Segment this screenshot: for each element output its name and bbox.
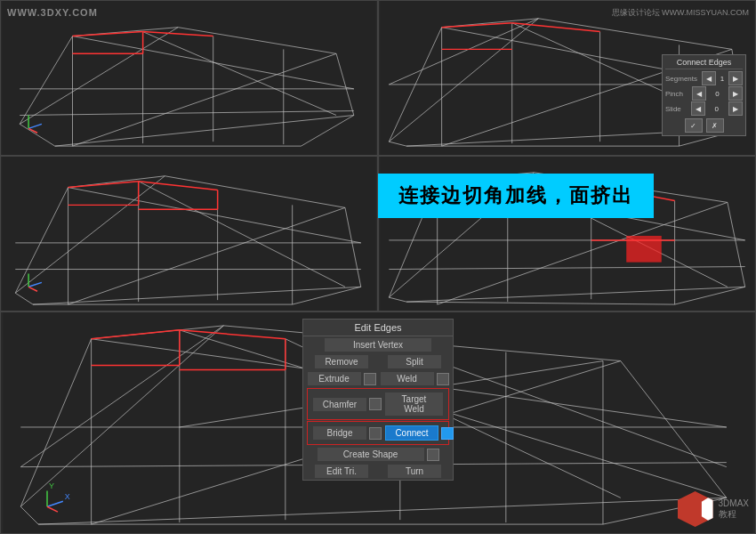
- target-weld-btn[interactable]: Target Weld: [385, 392, 443, 416]
- edit-edges-panel: Edit Edges Insert Vertex Remove Split Ex…: [302, 319, 454, 481]
- watermark-right: 思缘设计论坛 WWW.MISSYUAN.COM: [612, 7, 750, 19]
- segments-up-btn[interactable]: ▶: [728, 71, 743, 85]
- svg-text:X: X: [65, 492, 70, 501]
- chamfer-settings-btn[interactable]: [369, 398, 382, 410]
- turn-btn[interactable]: Turn: [388, 465, 441, 478]
- connect-btn[interactable]: Connect: [385, 425, 438, 441]
- watermark-bottom-right: 3DMAX教程: [678, 491, 749, 527]
- logo-text: 3DMAX教程: [719, 498, 749, 521]
- create-shape-settings-btn[interactable]: [427, 449, 439, 461]
- pinch-down-btn[interactable]: ◀: [692, 86, 706, 101]
- panel-title: Edit Edges: [303, 320, 453, 336]
- chinese-banner: 连接边切角加线，面挤出: [378, 174, 654, 218]
- bridge-btn[interactable]: Bridge: [313, 426, 366, 440]
- segments-value: 1: [720, 75, 724, 83]
- viewport-grid: Connect Edges Segments ◀ 1 ▶ Pinch ◀ 0 ▶…: [0, 0, 756, 534]
- slide-up-btn[interactable]: ▶: [728, 101, 743, 116]
- chinese-text: 连接边切角加线，面挤出: [398, 182, 633, 209]
- connect-cancel-btn[interactable]: ✗: [706, 118, 724, 133]
- slide-value: 0: [715, 105, 719, 113]
- slide-label: Slide: [665, 105, 681, 113]
- weld-btn[interactable]: Weld: [381, 372, 434, 385]
- connect-edges-panel: Connect Edges Segments ◀ 1 ▶ Pinch ◀ 0 ▶…: [662, 54, 746, 136]
- create-shape-btn[interactable]: Create Shape: [318, 448, 424, 461]
- connect-panel-title: Connect Edges: [665, 58, 743, 69]
- segments-down-btn[interactable]: ◀: [702, 71, 716, 85]
- extrude-btn[interactable]: Extrude: [308, 372, 361, 385]
- pinch-value: 0: [715, 90, 719, 98]
- watermark-left: WWW.3DXY.COM: [7, 7, 98, 18]
- svg-rect-36: [2, 157, 375, 311]
- svg-rect-0: [2, 1, 375, 155]
- pinch-label: Pinch: [665, 90, 683, 98]
- slide-down-btn[interactable]: ◀: [691, 101, 705, 116]
- svg-text:Y: Y: [49, 481, 54, 490]
- connect-ok-btn[interactable]: ✓: [685, 118, 703, 133]
- pinch-up-btn[interactable]: ▶: [728, 86, 743, 101]
- viewport-top-right: Connect Edges Segments ◀ 1 ▶ Pinch ◀ 0 ▶…: [378, 0, 756, 156]
- viewport-top-left: [0, 0, 378, 156]
- segments-label: Segments: [665, 75, 697, 83]
- remove-btn[interactable]: Remove: [315, 355, 368, 368]
- split-btn[interactable]: Split: [388, 355, 441, 368]
- bridge-settings-btn[interactable]: [369, 427, 382, 440]
- weld-settings-btn[interactable]: [437, 373, 449, 385]
- viewport-middle-left: [0, 156, 378, 312]
- connect-settings-btn[interactable]: [441, 427, 454, 440]
- extrude-settings-btn[interactable]: [364, 373, 376, 385]
- insert-vertex-btn[interactable]: Insert Vertex: [325, 338, 431, 352]
- edit-tri-btn[interactable]: Edit Tri.: [315, 465, 368, 478]
- chamfer-btn[interactable]: Chamfer: [313, 398, 366, 411]
- logo-icon: [678, 491, 713, 527]
